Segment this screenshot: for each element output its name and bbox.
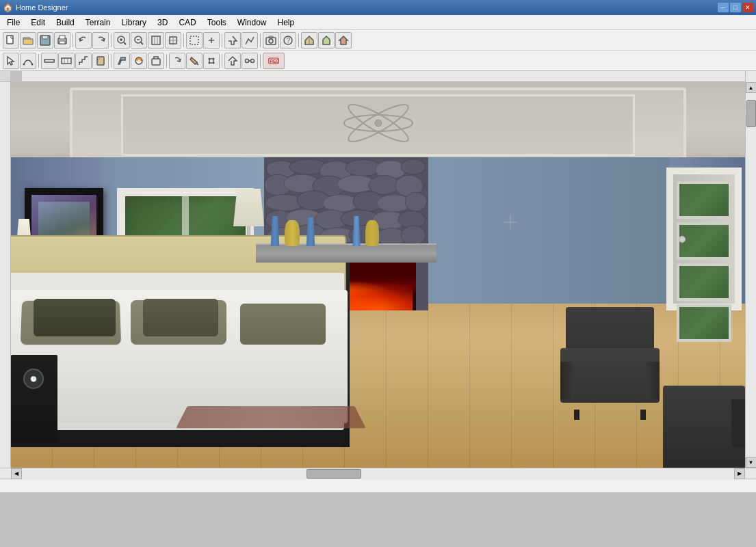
transform-tool[interactable]: [203, 53, 220, 69]
elevation-button[interactable]: [242, 32, 258, 49]
pillow-2: [34, 299, 116, 336]
menu-file[interactable]: File: [1, 16, 25, 29]
stair-tool[interactable]: [75, 53, 92, 69]
pillow-4: [143, 299, 218, 336]
svg-point-43: [251, 59, 255, 62]
menu-3d[interactable]: 3D: [152, 16, 173, 29]
menu-window[interactable]: Window: [232, 16, 272, 29]
color-fill-tool[interactable]: [186, 53, 203, 69]
paint-tool[interactable]: [114, 53, 130, 69]
app-title: Home Designer: [16, 3, 718, 12]
right-scrollbar[interactable]: ▲ ▼: [745, 82, 756, 468]
left-ruler: [0, 82, 11, 468]
menu-library[interactable]: Library: [116, 16, 152, 29]
wall-tool[interactable]: [41, 53, 57, 69]
redo-button[interactable]: [92, 32, 109, 49]
floor-tool[interactable]: [58, 53, 75, 69]
hscroll-thumb[interactable]: [307, 469, 361, 479]
cursor: [504, 215, 517, 229]
top-ruler: [22, 71, 745, 82]
scroll-up-arrow[interactable]: ▲: [746, 82, 757, 93]
scroll-track[interactable]: [746, 93, 757, 457]
menu-tools[interactable]: Tools: [202, 16, 232, 29]
scroll-down-arrow[interactable]: ▼: [746, 457, 757, 468]
print-button[interactable]: [54, 32, 70, 49]
room-scene: 🕐: [11, 82, 745, 468]
scroll-left-arrow[interactable]: ◀: [11, 468, 22, 479]
rotate-tool[interactable]: [169, 53, 185, 69]
status-bar: [0, 479, 756, 492]
arc-tool[interactable]: [20, 53, 36, 69]
svg-rect-31: [62, 58, 71, 64]
select-all-button[interactable]: [186, 32, 203, 49]
svg-point-23: [269, 39, 273, 43]
door-tool[interactable]: [92, 53, 109, 69]
svg-point-42: [246, 59, 249, 62]
scroll-corner-br: [745, 468, 756, 479]
menu-help[interactable]: Help: [272, 16, 300, 29]
title-bar: 🏠 Home Designer ─ □ ✕: [0, 0, 756, 15]
scroll-thumb[interactable]: [746, 100, 756, 127]
new-button[interactable]: [3, 32, 19, 49]
app-icon: 🏠: [3, 3, 13, 12]
svg-rect-2: [23, 39, 33, 44]
minimize-button[interactable]: ─: [718, 3, 729, 12]
record-button[interactable]: REC: [263, 53, 285, 69]
toolbar-separator-1: [73, 34, 73, 47]
svg-rect-4: [42, 36, 48, 39]
armchair: [560, 307, 660, 420]
help-button[interactable]: ?: [280, 32, 296, 49]
zoom-in-button[interactable]: [114, 32, 130, 49]
house2-button[interactable]: [318, 32, 335, 49]
fit-button[interactable]: [165, 32, 181, 49]
nightstand: 🕐: [11, 355, 57, 447]
toolbar-separator-3: [183, 34, 184, 47]
svg-line-14: [141, 42, 143, 44]
connect-tool[interactable]: [242, 53, 258, 69]
svg-point-47: [375, 120, 382, 126]
camera-button[interactable]: [263, 32, 279, 49]
svg-point-41: [213, 62, 215, 64]
svg-point-38: [209, 57, 211, 59]
open-button[interactable]: [20, 32, 36, 49]
canvas-area[interactable]: 🕐: [11, 82, 745, 468]
house1-button[interactable]: [301, 32, 317, 49]
undo-button[interactable]: [75, 32, 92, 49]
deselect-button[interactable]: [203, 32, 220, 49]
main-area: 🕐 ▲ ▼: [0, 82, 756, 468]
material-tool[interactable]: [131, 53, 147, 69]
window-controls: ─ □ ✕: [718, 3, 753, 12]
menu-build[interactable]: Build: [51, 16, 80, 29]
arrow-up-button[interactable]: [224, 32, 241, 49]
ruler-corner: [0, 71, 11, 82]
bottom-scrollbar[interactable]: ◀ ▶: [0, 468, 756, 479]
menu-cad[interactable]: CAD: [173, 16, 201, 29]
pillow-5: [240, 304, 326, 345]
maximize-button[interactable]: □: [730, 3, 741, 12]
vase-5: [365, 220, 379, 246]
close-button[interactable]: ✕: [742, 3, 753, 12]
french-doors: [666, 168, 742, 310]
menu-terrain[interactable]: Terrain: [80, 16, 116, 29]
svg-rect-21: [190, 36, 198, 44]
menu-edit[interactable]: Edit: [25, 16, 51, 29]
arrow-right-tool[interactable]: [224, 53, 241, 69]
ruler-top-row: [0, 71, 756, 82]
zoom-out-button[interactable]: [131, 32, 147, 49]
save-button[interactable]: [37, 32, 53, 49]
hscroll-track[interactable]: [22, 468, 734, 479]
svg-point-69: [405, 192, 427, 211]
t2-sep-2: [111, 54, 112, 68]
pointer-tool[interactable]: [3, 53, 19, 69]
t2-sep-1: [38, 54, 39, 68]
svg-rect-36: [152, 59, 160, 65]
scroll-right-arrow[interactable]: ▶: [734, 468, 745, 479]
house3-button[interactable]: [335, 32, 352, 49]
zoom-box-button[interactable]: [148, 32, 164, 49]
svg-rect-6: [60, 36, 65, 39]
svg-point-75: [398, 211, 426, 228]
svg-rect-7: [60, 41, 65, 44]
armchair-2: [663, 386, 745, 468]
library-tool[interactable]: [148, 53, 164, 69]
toolbar-main: ?: [0, 30, 756, 51]
